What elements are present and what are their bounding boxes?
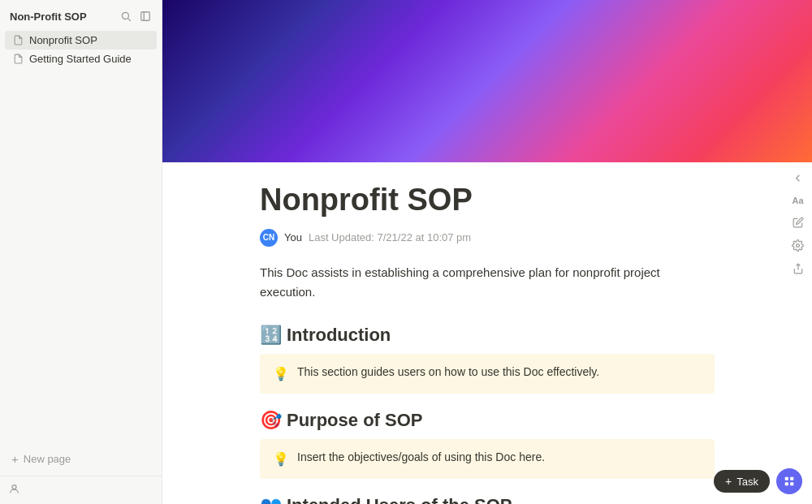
- callout-icon-introduction: 💡: [273, 364, 289, 384]
- section-emoji-intended-users: 👥: [260, 495, 282, 504]
- svg-rect-7: [785, 477, 788, 480]
- font-settings-button[interactable]: Aa: [788, 192, 806, 209]
- share-icon: [793, 263, 804, 274]
- font-icon: Aa: [792, 196, 803, 205]
- search-button[interactable]: [118, 8, 134, 24]
- sidebar-icon-group: [118, 8, 153, 24]
- doc-icon: [11, 35, 24, 45]
- grid-icon: [784, 476, 795, 487]
- avatar: CN: [260, 229, 278, 247]
- collapse-toolbar-button[interactable]: [788, 169, 807, 187]
- app-grid-button[interactable]: [776, 468, 802, 494]
- section-emoji-purpose: 🎯: [260, 410, 282, 431]
- doc-description: This Doc assists in establishing a compr…: [260, 263, 715, 302]
- svg-rect-9: [785, 482, 788, 485]
- right-toolbar: Aa: [784, 162, 812, 284]
- sidebar-item-label-nonprofit-sop: Nonprofit SOP: [29, 34, 97, 46]
- new-page-button[interactable]: + New page: [5, 449, 157, 469]
- doc-icon-2: [11, 54, 24, 64]
- hero-banner: [162, 0, 812, 162]
- section-introduction: 🔢 Introduction 💡 This section guides use…: [260, 325, 715, 394]
- new-page-plus-icon: +: [11, 452, 19, 466]
- collapse-icon: [140, 11, 151, 22]
- sidebar-item-getting-started-guide[interactable]: Getting Started Guide: [5, 50, 157, 68]
- content-area: Nonprofit SOP CN You Last Updated: 7/21/…: [162, 162, 812, 504]
- sidebar-collapse-button[interactable]: [137, 8, 153, 24]
- settings-icon: [792, 239, 804, 252]
- doc-title: Nonprofit SOP: [260, 182, 715, 219]
- callout-text-purpose: Insert the objectives/goals of using thi…: [297, 449, 545, 466]
- svg-rect-8: [790, 477, 793, 480]
- meta-author: You: [284, 231, 302, 243]
- callout-text-introduction: This section guides users on how to use …: [297, 364, 599, 381]
- main-content: Nonprofit SOP CN You Last Updated: 7/21/…: [162, 0, 812, 504]
- doc-meta: CN You Last Updated: 7/21/22 at 10:07 pm: [260, 229, 715, 247]
- search-icon: [120, 11, 132, 22]
- share-button[interactable]: [789, 260, 807, 278]
- edit-button[interactable]: [789, 213, 807, 231]
- callout-icon-purpose: 💡: [273, 450, 289, 469]
- svg-point-0: [122, 12, 128, 19]
- meta-updated: Last Updated: 7/21/22 at 10:07 pm: [309, 231, 471, 243]
- svg-line-1: [128, 19, 131, 21]
- settings-button[interactable]: [788, 236, 807, 255]
- svg-point-5: [797, 244, 800, 248]
- svg-rect-10: [790, 482, 793, 485]
- sidebar-item-nonprofit-sop[interactable]: Nonprofit SOP: [5, 31, 157, 50]
- callout-introduction: 💡 This section guides users on how to us…: [260, 354, 715, 394]
- section-heading-intended-users: 👥 Intended Users of the SOP: [260, 495, 715, 504]
- sidebar-header: Non-Profit SOP: [0, 0, 162, 29]
- sidebar-item-label-getting-started-guide: Getting Started Guide: [29, 53, 132, 65]
- edit-icon: [793, 217, 804, 228]
- collapse-toolbar-icon: [792, 172, 804, 184]
- section-heading-introduction: 🔢 Introduction: [260, 325, 715, 346]
- section-purpose: 🎯 Purpose of SOP 💡 Insert the objectives…: [260, 410, 715, 479]
- section-intended-users: 👥 Intended Users of the SOP: [260, 495, 715, 504]
- sidebar-bottom: [0, 476, 162, 504]
- section-emoji-introduction: 🔢: [260, 325, 282, 346]
- svg-rect-2: [141, 12, 150, 21]
- callout-purpose: 💡 Insert the objectives/goals of using t…: [260, 439, 715, 479]
- section-heading-purpose: 🎯 Purpose of SOP: [260, 410, 715, 431]
- new-page-label: New page: [24, 453, 71, 465]
- task-plus-icon: +: [725, 475, 732, 488]
- task-bar: + Task: [714, 468, 802, 494]
- sidebar: Non-Profit SOP Nonprofit SOP: [0, 0, 162, 504]
- sidebar-nav: Nonprofit SOP Getting Started Guide: [0, 29, 162, 449]
- svg-point-4: [12, 485, 16, 489]
- user-icon: [8, 483, 20, 498]
- sidebar-title: Non-Profit SOP: [10, 11, 118, 23]
- task-button[interactable]: + Task: [714, 470, 770, 493]
- task-button-label: Task: [736, 476, 758, 488]
